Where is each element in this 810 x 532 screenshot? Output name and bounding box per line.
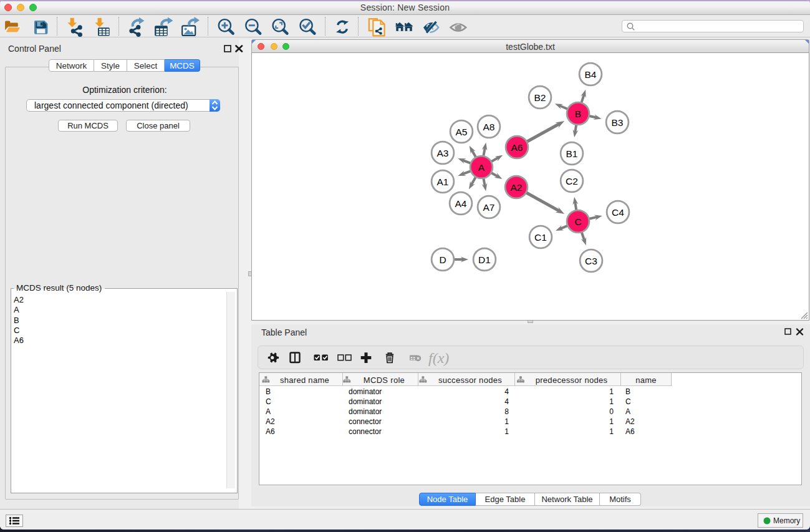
svg-text:A2: A2 (511, 182, 523, 193)
svg-text:A8: A8 (483, 122, 495, 132)
svg-text:f(x): f(x) (428, 350, 449, 366)
svg-text:A3: A3 (437, 148, 449, 158)
svg-text:B4: B4 (585, 69, 597, 80)
svg-text:A7: A7 (483, 202, 495, 213)
svg-text:C1: C1 (534, 232, 547, 243)
svg-text:C3: C3 (585, 256, 597, 266)
svg-text:B3: B3 (612, 117, 624, 128)
svg-text:A6: A6 (511, 142, 523, 153)
svg-text:C4: C4 (612, 207, 624, 218)
svg-text:C2: C2 (566, 176, 578, 186)
svg-text:A4: A4 (455, 198, 467, 209)
svg-text:B: B (575, 109, 581, 119)
svg-text:B1: B1 (566, 148, 578, 159)
svg-text:D1: D1 (478, 254, 491, 265)
svg-text:A: A (478, 162, 485, 173)
svg-text:B2: B2 (534, 92, 546, 103)
svg-text:C: C (574, 216, 581, 227)
svg-text:A1: A1 (437, 177, 449, 187)
svg-text:A5: A5 (456, 127, 468, 137)
svg-text:D: D (439, 254, 446, 265)
